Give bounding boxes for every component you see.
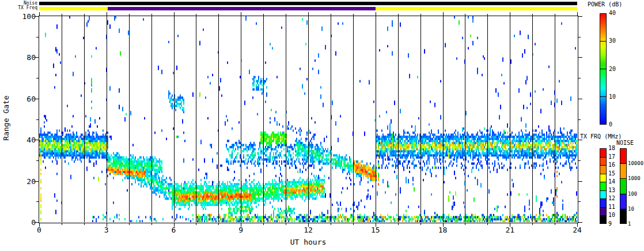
x-tick-label: 18 <box>431 226 454 234</box>
txfreq-bar-segment <box>376 7 577 10</box>
txfrq-colorbar <box>600 148 607 224</box>
x-tick-top <box>353 14 354 16</box>
x-tick-top <box>443 12 444 16</box>
x-tick-top <box>196 14 196 16</box>
txfreq-status-bar <box>39 7 577 10</box>
y-tick-right <box>578 119 581 120</box>
x-tick-top <box>398 14 399 16</box>
x-tick-bottom <box>151 223 152 225</box>
x-tick-top <box>62 14 62 16</box>
y-tick-left <box>36 78 39 78</box>
y-tick-label: 20 <box>0 177 36 186</box>
noise-colorbar-title: NOISE <box>616 140 634 146</box>
x-tick-top <box>487 14 488 16</box>
y-tick-label: 80 <box>0 53 36 62</box>
x-tick-top <box>421 14 421 16</box>
x-tick-bottom <box>286 223 286 225</box>
txfrq-tick-label: 18 <box>608 145 615 151</box>
noise-bar-segment <box>39 2 577 5</box>
power-tick-label: 20 <box>609 66 616 72</box>
x-tick-top <box>263 14 264 16</box>
x-tick-bottom <box>129 223 130 225</box>
x-tick-top <box>218 14 219 16</box>
txfreq-bar-segment <box>108 7 376 10</box>
x-tick-bottom <box>487 223 488 225</box>
y-tick-label: 40 <box>0 136 36 144</box>
power-tick-label: 40 <box>609 10 616 16</box>
x-tick-top <box>286 14 286 16</box>
y-tick-right <box>578 37 581 38</box>
x-tick-top <box>107 12 107 16</box>
x-tick-top <box>129 14 130 16</box>
y-tick-right <box>578 222 582 223</box>
txfrq-tick-label: 14 <box>608 179 615 185</box>
power-tick-label: 0 <box>609 122 612 128</box>
x-tick-bottom <box>84 223 85 225</box>
x-axis-title: UT hours <box>279 238 337 246</box>
heatmap-canvas <box>39 16 577 222</box>
noise-tick-label: 1 <box>628 221 631 227</box>
y-tick-right <box>578 181 582 182</box>
txfrq-tick-label: 9 <box>608 221 612 227</box>
x-tick-label: 15 <box>364 226 387 234</box>
noise-tick-label: 10 <box>628 206 634 212</box>
x-tick-bottom <box>421 223 421 225</box>
x-tick-bottom <box>398 223 399 225</box>
txfrq-tick-label: 16 <box>608 162 615 168</box>
noise-colorbar <box>620 148 627 224</box>
noise-tick-label: 10000 <box>628 160 643 166</box>
x-tick-top <box>465 14 465 16</box>
txfrq-tick-label: 11 <box>608 204 615 210</box>
x-tick-top <box>510 12 510 16</box>
radar-rti-plot: Noise TX Freq Range Gate UT hours 036912… <box>0 0 644 251</box>
y-tick-left <box>36 201 39 202</box>
x-tick-bottom <box>218 223 219 225</box>
txfreq-bar-segment <box>39 7 108 10</box>
y-tick-left <box>36 119 39 120</box>
x-tick-top <box>84 14 85 16</box>
x-tick-top <box>577 12 578 16</box>
x-tick-bottom <box>62 223 62 225</box>
y-tick-right <box>578 160 581 161</box>
y-tick-label: 100 <box>0 12 36 21</box>
x-tick-top <box>241 12 241 16</box>
x-tick-top <box>174 12 175 16</box>
y-tick-right <box>578 57 582 58</box>
x-tick-bottom <box>465 223 465 225</box>
y-tick-right <box>578 16 582 17</box>
x-tick-top <box>376 12 376 16</box>
x-tick-label: 0 <box>28 226 51 234</box>
txfrq-tick-label: 12 <box>608 196 615 201</box>
x-tick-top <box>151 14 152 16</box>
x-tick-label: 24 <box>566 226 589 234</box>
noise-tick-label: 100 <box>628 191 637 197</box>
txfrq-tick-label: 17 <box>608 154 615 160</box>
y-tick-label: 0 <box>0 218 36 227</box>
noise-tick-label: 1000 <box>628 175 641 181</box>
power-colorbar-title: POWER (dB) <box>588 1 622 8</box>
power-tick-label: 10 <box>609 94 616 100</box>
x-tick-label: 12 <box>297 226 320 234</box>
x-tick-top <box>39 12 40 16</box>
x-tick-bottom <box>532 223 533 225</box>
y-tick-right <box>578 99 582 99</box>
power-colorbar <box>600 13 607 125</box>
y-tick-left <box>36 160 39 161</box>
y-tick-right <box>578 78 581 78</box>
x-tick-bottom <box>555 223 555 225</box>
x-tick-bottom <box>263 223 264 225</box>
x-tick-top <box>331 14 331 16</box>
x-tick-top <box>555 14 555 16</box>
txfreq-bar-label: TX Freq <box>0 6 37 10</box>
x-tick-bottom <box>353 223 354 225</box>
x-tick-label: 21 <box>498 226 521 234</box>
x-tick-top <box>532 14 533 16</box>
txfrq-tick-label: 10 <box>608 212 615 218</box>
y-tick-right <box>578 140 582 140</box>
noise-status-bar <box>39 2 577 5</box>
y-tick-right <box>578 201 581 202</box>
x-tick-label: 9 <box>229 226 252 234</box>
y-tick-label: 60 <box>0 95 36 103</box>
txfrq-tick-label: 15 <box>608 171 615 177</box>
power-tick-label: 30 <box>609 38 616 44</box>
